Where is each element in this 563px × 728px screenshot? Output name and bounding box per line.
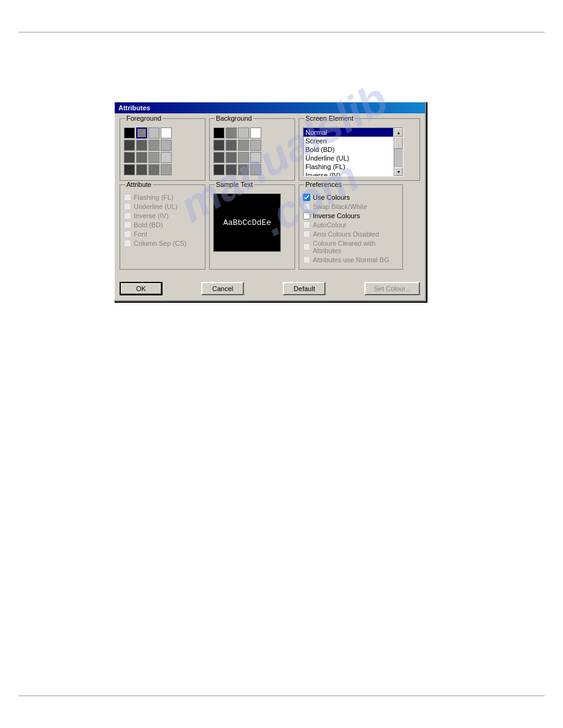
attr-underline-label: Underline (UL) (134, 203, 178, 210)
ok-button[interactable]: OK (120, 282, 163, 295)
sample-text-display: AaBbCcDdEe (223, 218, 271, 227)
attr-font-label: Font (134, 230, 147, 238)
fg-color-9[interactable] (136, 152, 147, 163)
screen-element-label: Screen Element (304, 115, 354, 122)
screen-element-group: Screen Element Normal Screen Bold (BD) U… (299, 118, 420, 181)
fg-color-1[interactable] (136, 127, 147, 138)
scrollbar-thumb[interactable] (394, 137, 403, 149)
listbox-item-screen[interactable]: Screen (304, 137, 393, 145)
fg-color-0[interactable] (124, 127, 135, 138)
screen-element-listbox-container: Normal Screen Bold (BD) Underline (UL) F… (303, 127, 416, 176)
pref-normalbg-label: Attributes use Normal BG (313, 256, 389, 264)
scrollbar-down-btn[interactable]: ▼ (394, 167, 403, 176)
bg-color-15[interactable] (250, 164, 261, 175)
sample-text-label: Sample Text (215, 181, 254, 188)
preferences-label: Preferences (304, 181, 343, 188)
fg-color-8[interactable] (124, 152, 135, 163)
fg-color-13[interactable] (136, 164, 147, 175)
pref-usecolours-row: Use Colours (303, 194, 399, 201)
fg-color-7[interactable] (161, 140, 172, 151)
listbox-item-bold[interactable]: Bold (BD) (304, 145, 393, 154)
attribute-checkboxes: Flashing (FL) Underline (UL) Inverse (IV… (124, 194, 201, 247)
bg-color-7[interactable] (250, 140, 261, 151)
pref-ansi-label: Ansi Colours Disabled (313, 230, 379, 238)
pref-auto-check[interactable] (303, 221, 310, 229)
attr-underline-row: Underline (UL) (124, 203, 201, 210)
bg-color-5[interactable] (226, 140, 237, 151)
pref-inverse-check[interactable] (303, 212, 310, 219)
dialog-body: Foreground (115, 113, 425, 278)
default-button[interactable]: Default (283, 282, 326, 295)
screen-element-listbox[interactable]: Normal Screen Bold (BD) Underline (UL) F… (303, 127, 394, 176)
sample-text-group: Sample Text AaBbCcDdEe (209, 184, 295, 270)
pref-normalbg-check[interactable] (303, 256, 310, 264)
bg-color-0[interactable] (213, 127, 224, 138)
attr-inverse-row: Inverse (IV) (124, 212, 201, 219)
dialog-titlebar: Attributes (115, 102, 425, 113)
scrollbar-up-btn[interactable]: ▲ (394, 128, 403, 137)
attr-colsep-check[interactable] (124, 240, 131, 247)
fg-color-11[interactable] (161, 152, 172, 163)
pref-swapbw-check[interactable] (303, 203, 310, 210)
bg-color-13[interactable] (226, 164, 237, 175)
bg-color-2[interactable] (238, 127, 249, 138)
background-color-grid (213, 127, 291, 175)
pref-usecolours-check[interactable] (303, 194, 310, 201)
pref-ansi-check[interactable] (303, 230, 310, 238)
bg-color-9[interactable] (226, 152, 237, 163)
fg-color-10[interactable] (148, 152, 159, 163)
attr-font-check[interactable] (124, 230, 131, 238)
background-group: Background (209, 118, 295, 181)
pref-swapbw-label: Swap Black/White (313, 203, 367, 210)
pref-inverse-label: Inverse Colours (313, 212, 360, 219)
fg-color-15[interactable] (161, 164, 172, 175)
bg-color-11[interactable] (250, 152, 261, 163)
bg-color-10[interactable] (238, 152, 249, 163)
screen-element-scrollbar[interactable]: ▲ ▼ (394, 127, 404, 176)
dialog-title: Attributes (118, 104, 150, 112)
listbox-item-inverse[interactable]: Inverse (IV) (304, 171, 393, 176)
fg-color-14[interactable] (148, 164, 159, 175)
pref-cleared-check[interactable] (303, 243, 310, 251)
set-colour-button[interactable]: Set Colour... (364, 282, 420, 295)
listbox-item-flashing[interactable]: Flashing (FL) (304, 162, 393, 171)
bg-color-14[interactable] (238, 164, 249, 175)
listbox-item-normal[interactable]: Normal (304, 128, 393, 137)
bg-color-4[interactable] (213, 140, 224, 151)
buttons-row: OK Cancel Default Set Colour... (115, 278, 425, 300)
bg-color-12[interactable] (213, 164, 224, 175)
fg-color-3[interactable] (161, 127, 172, 138)
fg-color-12[interactable] (124, 164, 135, 175)
scrollbar-track (394, 137, 403, 167)
pref-swapbw-row: Swap Black/White (303, 203, 399, 210)
bg-color-3[interactable] (250, 127, 261, 138)
fg-color-4[interactable] (124, 140, 135, 151)
pref-auto-label: AutoColour (313, 221, 347, 229)
fg-color-5[interactable] (136, 140, 147, 151)
cancel-button[interactable]: Cancel (201, 282, 244, 295)
attr-bold-row: Bold (BD) (124, 221, 201, 229)
pref-usecolours-label: Use Colours (313, 194, 350, 201)
bg-color-6[interactable] (238, 140, 249, 151)
attr-underline-check[interactable] (124, 203, 131, 210)
preferences-checkboxes: Use Colours Swap Black/White Inverse Col… (303, 194, 399, 264)
foreground-color-grid (124, 127, 201, 175)
background-label: Background (215, 115, 253, 122)
attr-colsep-row: Column Sep (CS) (124, 240, 201, 247)
bg-color-1[interactable] (226, 127, 237, 138)
foreground-group: Foreground (120, 118, 205, 181)
attr-flashing-check[interactable] (124, 194, 131, 201)
pref-cleared-row: Colours Cleared with Attributes (303, 240, 399, 254)
fg-color-2[interactable] (148, 127, 159, 138)
bg-color-8[interactable] (213, 152, 224, 163)
bottom-divider (18, 696, 545, 696)
fg-color-6[interactable] (148, 140, 159, 151)
attr-bold-label: Bold (BD) (134, 221, 163, 229)
preferences-group: Preferences Use Colours Swap Black/White (299, 184, 403, 270)
attr-inverse-check[interactable] (124, 212, 131, 219)
listbox-item-underline[interactable]: Underline (UL) (304, 154, 393, 162)
attr-bold-check[interactable] (124, 221, 131, 229)
pref-auto-row: AutoColour (303, 221, 399, 229)
attributes-dialog: Attributes Foreground (113, 101, 426, 301)
pref-cleared-label: Colours Cleared with Attributes (313, 240, 399, 254)
